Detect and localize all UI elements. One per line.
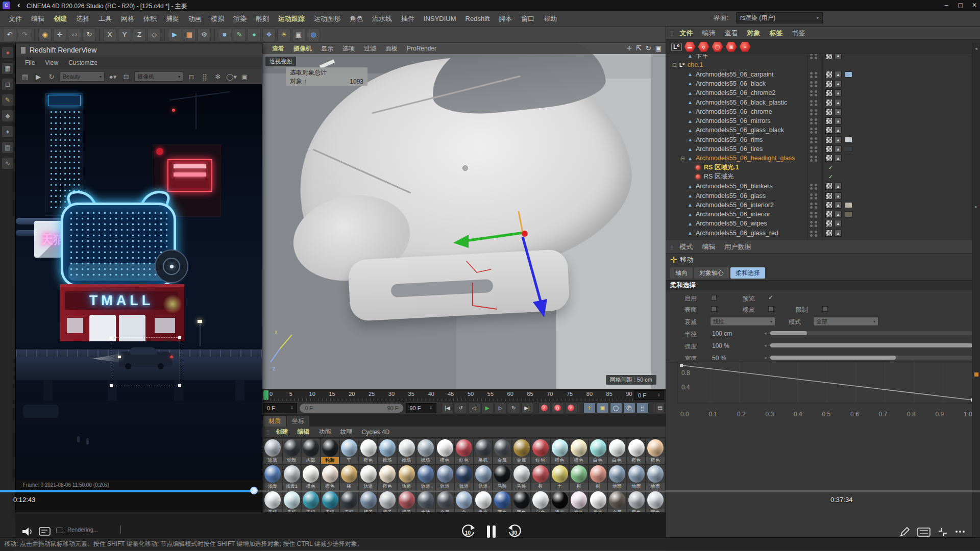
viewport-3d[interactable]: x z 查看摄像机显示选项过滤面板ProRender 透视视图 选取对象总计 对… bbox=[262, 43, 666, 389]
viewport-menu-5[interactable]: 面板 bbox=[381, 44, 402, 53]
zoom-view-icon[interactable]: ⇱ bbox=[636, 44, 642, 52]
material-swatch-1-1[interactable]: 浅青1 bbox=[282, 464, 302, 490]
material-menu-0[interactable]: 创建 bbox=[272, 428, 292, 436]
viewport-menu-6[interactable]: ProRender bbox=[402, 45, 441, 52]
material-swatch-0-16[interactable]: 橙色 bbox=[569, 438, 589, 464]
material-menu-3[interactable]: 纹理 bbox=[336, 428, 357, 436]
goto-start-button[interactable]: |◀ bbox=[442, 403, 454, 413]
material-swatch-0-2[interactable]: 内部 bbox=[301, 438, 321, 464]
material-menu-1[interactable]: 编辑 bbox=[293, 428, 314, 436]
sphere-icon[interactable]: ●▾ bbox=[108, 73, 118, 81]
tree-row-14[interactable]: ▲Archmodels55_06_blinkers▲ bbox=[666, 182, 970, 191]
preview-checkbox[interactable]: ✓ bbox=[768, 294, 773, 301]
object-manager-menu-0[interactable]: 文件 bbox=[676, 29, 697, 38]
menubar-item-6[interactable]: 体积 bbox=[139, 14, 161, 23]
enable-checkbox[interactable] bbox=[711, 295, 717, 300]
loop-button[interactable]: ↻ bbox=[508, 403, 520, 413]
timeline-tick-55[interactable]: 55 bbox=[487, 391, 494, 397]
material-menu-4[interactable]: Cycles 4D bbox=[358, 429, 394, 436]
material-chip[interactable] bbox=[845, 202, 852, 208]
rs-light-icon-5[interactable]: ≡ bbox=[740, 42, 751, 52]
menubar-item-18[interactable]: Redshift bbox=[461, 15, 495, 22]
menubar-item-7[interactable]: 捕捉 bbox=[161, 14, 184, 23]
material-swatch-0-4[interactable]: 车 bbox=[339, 438, 359, 464]
play-backwards-button[interactable]: ↺ bbox=[455, 403, 467, 413]
polygon-tag-icon[interactable]: ▲ bbox=[835, 211, 842, 218]
tree-row-2[interactable]: ▲Archmodels55_06_carpaint▲ bbox=[666, 70, 970, 79]
menubar-item-13[interactable]: 运动图形 bbox=[309, 14, 345, 23]
transform-gizmo[interactable] bbox=[446, 196, 599, 339]
tree-row-11[interactable]: ⊟▲Archmodels55_06_headlight_glass▲ bbox=[666, 154, 970, 163]
attribute-tab-1[interactable]: 对象轴心 bbox=[694, 267, 729, 279]
redo-icon[interactable]: ↷ bbox=[18, 28, 31, 41]
keyframe-selection-button[interactable]: ◯ bbox=[610, 403, 622, 413]
menubar-item-19[interactable]: 脚本 bbox=[494, 14, 517, 23]
start-render-icon[interactable]: ▶ bbox=[33, 73, 43, 81]
menubar-item-11[interactable]: 雕刻 bbox=[251, 14, 274, 23]
menubar-item-15[interactable]: 流水线 bbox=[368, 14, 397, 23]
spline-pen-icon[interactable]: ✎ bbox=[233, 28, 246, 41]
polygon-tag-icon[interactable]: ▲ bbox=[835, 54, 842, 59]
tree-row-6[interactable]: ▲Archmodels55_06_chrome▲ bbox=[666, 107, 970, 116]
texture-tag-icon[interactable] bbox=[825, 230, 832, 237]
pause-button[interactable] bbox=[487, 525, 496, 538]
timeline-tick-85[interactable]: 85 bbox=[606, 391, 612, 397]
enabled-check-icon[interactable]: ✓ bbox=[828, 164, 833, 171]
falloff-curve-panel[interactable]: 0.8 0.4 bbox=[666, 360, 980, 411]
maximize-button[interactable]: ▢ bbox=[955, 2, 966, 9]
end-frame-field[interactable]: 90 F⇕ bbox=[406, 403, 436, 413]
visibility-dots-icon[interactable] bbox=[810, 212, 813, 214]
tree-row-18[interactable]: ▲Archmodels55_06_wipes▲ bbox=[666, 219, 970, 228]
material-swatch-0-9[interactable]: 橙色 bbox=[435, 438, 455, 464]
material-swatch-0-15[interactable]: 橙色 bbox=[550, 438, 570, 464]
material-swatch-1-20[interactable]: 地面 bbox=[646, 464, 665, 490]
timeline-tick-40[interactable]: 40 bbox=[428, 391, 434, 397]
coordinate-system-icon[interactable]: ◇ bbox=[148, 28, 161, 41]
exit-fullscreen-icon[interactable] bbox=[937, 527, 948, 538]
tree-row-8[interactable]: ▲Archmodels55_06_glass_black▲ bbox=[666, 126, 970, 135]
material-swatch-0-10[interactable]: 红包 bbox=[454, 438, 474, 464]
rs-light-icon-2[interactable]: ϙ bbox=[698, 42, 709, 52]
timeline-tick-35[interactable]: 35 bbox=[408, 391, 414, 397]
renderview-titlebar[interactable]: Redshift RenderView bbox=[16, 43, 262, 57]
timeline-tick-25[interactable]: 25 bbox=[369, 391, 375, 397]
timeline-tick-60[interactable]: 60 bbox=[507, 391, 513, 397]
rewind-10-button[interactable]: 10 bbox=[459, 523, 477, 541]
texture-tag-icon[interactable] bbox=[825, 192, 832, 199]
texture-tag-icon[interactable] bbox=[825, 202, 832, 209]
menubar-item-20[interactable]: 窗口 bbox=[517, 14, 539, 23]
menubar-item-2[interactable]: 创建 bbox=[49, 14, 71, 23]
polygon-tag-icon[interactable]: ▲ bbox=[835, 145, 842, 153]
mograph-icon[interactable]: ❖ bbox=[262, 28, 276, 41]
timeline-tick-20[interactable]: 20 bbox=[349, 391, 355, 397]
texture-tag-icon[interactable] bbox=[825, 155, 832, 162]
menubar-item-5[interactable]: 网格 bbox=[116, 14, 139, 23]
material-swatch-1-6[interactable]: 橙色 bbox=[378, 464, 397, 490]
forward-30-button[interactable]: 30 bbox=[506, 523, 524, 541]
spinner-icon[interactable]: ⇕ bbox=[657, 393, 660, 397]
texture-tag-icon[interactable] bbox=[825, 220, 832, 227]
material-swatch-1-16[interactable]: 树 bbox=[569, 464, 589, 490]
material-swatch-0-14[interactable]: 红包 bbox=[531, 438, 550, 464]
minimize-button[interactable]: – bbox=[941, 2, 952, 9]
record-auto-button[interactable]: ? bbox=[565, 403, 577, 413]
move-tool-icon[interactable]: ✛ bbox=[53, 28, 66, 41]
close-button[interactable]: ✕ bbox=[969, 2, 980, 9]
material-swatch-1-2[interactable]: 橙色 bbox=[301, 464, 321, 490]
current-frame-field[interactable]: 0 F⇕ bbox=[263, 403, 297, 413]
expander-icon[interactable]: ⊟ bbox=[680, 156, 684, 161]
timeline-tick-65[interactable]: 65 bbox=[527, 391, 533, 397]
material-swatch-0-12[interactable]: 金属 bbox=[493, 438, 512, 464]
texture-tag-icon[interactable] bbox=[825, 108, 832, 115]
material-swatch-1-18[interactable]: 地面 bbox=[607, 464, 627, 490]
polygon-tag-icon[interactable]: ▲ bbox=[835, 230, 842, 237]
visibility-dots-icon[interactable] bbox=[810, 90, 813, 93]
lod-object-icon[interactable]: L⁰ bbox=[671, 43, 682, 51]
timeline-tick-15[interactable]: 15 bbox=[329, 391, 335, 397]
menubar-item-16[interactable]: 插件 bbox=[397, 14, 419, 23]
camera-icon[interactable]: ▣ bbox=[292, 28, 305, 41]
camera-dropdown[interactable]: 摄像机▾ bbox=[134, 71, 183, 82]
toggle-view-icon[interactable]: ▣ bbox=[655, 44, 662, 52]
region-circle-icon[interactable]: ◯▾ bbox=[226, 73, 236, 81]
subdivision-icon[interactable]: ● bbox=[248, 28, 261, 41]
